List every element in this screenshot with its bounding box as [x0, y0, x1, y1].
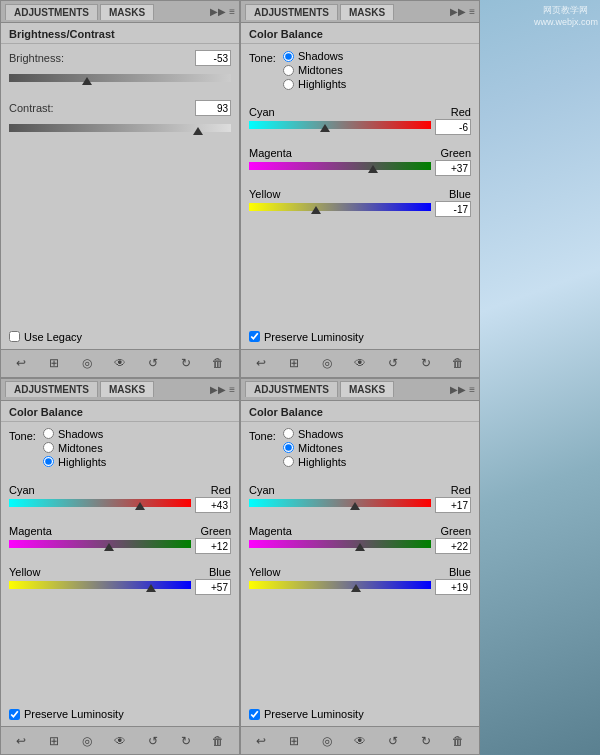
- use-legacy-row: Use Legacy: [9, 331, 231, 343]
- preserve-luminosity-checkbox-3[interactable]: [9, 709, 20, 720]
- footer-reset-4[interactable]: ↩: [251, 734, 271, 748]
- preserve-luminosity-checkbox-2[interactable]: [249, 331, 260, 342]
- red-label-2: Red: [451, 106, 471, 118]
- yellow-blue-value-2[interactable]: -17: [435, 201, 471, 217]
- radio-shadows-input-2[interactable]: [283, 51, 294, 62]
- tab-adjustments-1[interactable]: ADJUSTMENTS: [5, 4, 98, 20]
- footer-circle-2[interactable]: ◎: [317, 356, 337, 370]
- magenta-green-value-4[interactable]: +22: [435, 538, 471, 554]
- yellow-blue-value-3[interactable]: +57: [195, 579, 231, 595]
- radio-shadows-input-4[interactable]: [283, 428, 294, 439]
- preserve-luminosity-checkbox-4[interactable]: [249, 709, 260, 720]
- tab-masks-2[interactable]: MASKS: [340, 4, 394, 20]
- preserve-luminosity-label-4: Preserve Luminosity: [264, 708, 364, 720]
- magenta-green-slider-2[interactable]: [249, 162, 431, 170]
- footer-delete-2[interactable]: 🗑: [448, 356, 468, 370]
- brightness-value[interactable]: -53: [195, 50, 231, 66]
- brightness-slider-thumb: [82, 77, 92, 85]
- footer-redo-3[interactable]: ↻: [176, 734, 196, 748]
- tab-adjustments-4[interactable]: ADJUSTMENTS: [245, 381, 338, 397]
- tab-adjustments-3[interactable]: ADJUSTMENTS: [5, 381, 98, 397]
- brightness-slider-track[interactable]: [9, 74, 231, 82]
- footer-eye-4[interactable]: 👁: [350, 734, 370, 748]
- footer-redo-2[interactable]: ↻: [416, 356, 436, 370]
- yellow-blue-slider-4[interactable]: [249, 581, 431, 589]
- radio-shadows-label-3: Shadows: [58, 428, 103, 440]
- use-legacy-checkbox[interactable]: [9, 331, 20, 342]
- footer-add-3[interactable]: ⊞: [44, 734, 64, 748]
- yellow-label-4: Yellow: [249, 566, 280, 578]
- footer-delete-3[interactable]: 🗑: [208, 734, 228, 748]
- footer-undo-2[interactable]: ↺: [383, 356, 403, 370]
- magenta-green-slider-3[interactable]: [9, 540, 191, 548]
- footer-reset-2[interactable]: ↩: [251, 356, 271, 370]
- radio-shadows-label-4: Shadows: [298, 428, 343, 440]
- red-label-4: Red: [451, 484, 471, 496]
- panel-options-icon-4[interactable]: ≡: [469, 384, 475, 395]
- magenta-green-slider-4[interactable]: [249, 540, 431, 548]
- footer-add-4[interactable]: ⊞: [284, 734, 304, 748]
- panel-options-icon-1[interactable]: ≡: [229, 6, 235, 17]
- preserve-luminosity-row-2: Preserve Luminosity: [249, 331, 471, 343]
- radio-midtones-label-2: Midtones: [298, 64, 343, 76]
- footer-circle-4[interactable]: ◎: [317, 734, 337, 748]
- brightness-field-row: Brightness: -53: [9, 50, 231, 66]
- panel-options-icon-3[interactable]: ≡: [229, 384, 235, 395]
- footer-circle-1[interactable]: ◎: [77, 356, 97, 370]
- tab-adjustments-2[interactable]: ADJUSTMENTS: [245, 4, 338, 20]
- footer-add-2[interactable]: ⊞: [284, 356, 304, 370]
- contrast-slider-track[interactable]: [9, 124, 231, 132]
- yellow-blue-slider-3[interactable]: [9, 581, 191, 589]
- cyan-red-slider-4[interactable]: [249, 499, 431, 507]
- panel-menu-icon-2[interactable]: ▶▶: [450, 6, 466, 17]
- magenta-green-thumb-4: [355, 543, 365, 551]
- tab-masks-4[interactable]: MASKS: [340, 381, 394, 397]
- panel-brightness: ADJUSTMENTS MASKS ▶▶ ≡ Brightness/Contra…: [0, 0, 240, 378]
- panel-header-icons-4: ▶▶ ≡: [450, 384, 475, 395]
- contrast-field-row: Contrast: 93: [9, 100, 231, 116]
- cyan-red-value-2[interactable]: -6: [435, 119, 471, 135]
- contrast-value[interactable]: 93: [195, 100, 231, 116]
- footer-circle-3[interactable]: ◎: [77, 734, 97, 748]
- tab-masks-3[interactable]: MASKS: [100, 381, 154, 397]
- footer-reset-3[interactable]: ↩: [11, 734, 31, 748]
- panel-menu-icon-1[interactable]: ▶▶: [210, 6, 226, 17]
- footer-reset-1[interactable]: ↩: [11, 356, 31, 370]
- footer-add-1[interactable]: ⊞: [44, 356, 64, 370]
- footer-undo-4[interactable]: ↺: [383, 734, 403, 748]
- cyan-red-value-3[interactable]: +43: [195, 497, 231, 513]
- footer-eye-1[interactable]: 👁: [110, 356, 130, 370]
- footer-undo-1[interactable]: ↺: [143, 356, 163, 370]
- magenta-green-value-2[interactable]: +37: [435, 160, 471, 176]
- footer-delete-4[interactable]: 🗑: [448, 734, 468, 748]
- radio-highlights-input-4[interactable]: [283, 456, 294, 467]
- footer-redo-1[interactable]: ↻: [176, 356, 196, 370]
- radio-shadows-input-3[interactable]: [43, 428, 54, 439]
- radio-midtones-input-3[interactable]: [43, 442, 54, 453]
- yellow-blue-slider-2[interactable]: [249, 203, 431, 211]
- footer-undo-3[interactable]: ↺: [143, 734, 163, 748]
- radio-midtones-input-2[interactable]: [283, 65, 294, 76]
- radio-highlights-input-3[interactable]: [43, 456, 54, 467]
- panel-menu-icon-4[interactable]: ▶▶: [450, 384, 466, 395]
- panel-options-icon-2[interactable]: ≡: [469, 6, 475, 17]
- tab-masks-1[interactable]: MASKS: [100, 4, 154, 20]
- footer-eye-3[interactable]: 👁: [110, 734, 130, 748]
- panel-title-2: Color Balance: [241, 23, 479, 44]
- magenta-green-value-3[interactable]: +12: [195, 538, 231, 554]
- cyan-red-slider-3[interactable]: [9, 499, 191, 507]
- radio-midtones-input-4[interactable]: [283, 442, 294, 453]
- footer-redo-4[interactable]: ↻: [416, 734, 436, 748]
- contrast-slider-thumb: [193, 127, 203, 135]
- panel-footer-2: ↩ ⊞ ◎ 👁 ↺ ↻ 🗑: [241, 349, 479, 377]
- cyan-red-slider-2[interactable]: [249, 121, 431, 129]
- radio-highlights-input-2[interactable]: [283, 79, 294, 90]
- cyan-red-value-4[interactable]: +17: [435, 497, 471, 513]
- cyan-label-2: Cyan: [249, 106, 275, 118]
- panel-menu-icon-3[interactable]: ▶▶: [210, 384, 226, 395]
- yellow-blue-value-4[interactable]: +19: [435, 579, 471, 595]
- magenta-label-4: Magenta: [249, 525, 292, 537]
- footer-delete-1[interactable]: 🗑: [208, 356, 228, 370]
- panel-content-3: Tone: Shadows Midtones Highlights: [1, 422, 239, 727]
- footer-eye-2[interactable]: 👁: [350, 356, 370, 370]
